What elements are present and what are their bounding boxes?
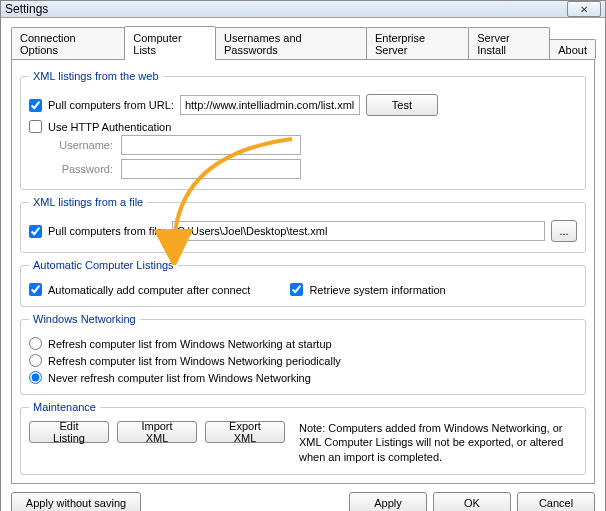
pull-file-label: Pull computers from file: [48,225,166,237]
password-input[interactable] [121,159,301,179]
cancel-button[interactable]: Cancel [517,492,595,511]
tabpage-computer-lists: XML listings from the web Pull computers… [11,60,595,484]
group-web-legend: XML listings from the web [29,70,163,82]
pull-url-checkbox[interactable] [29,99,42,112]
tab-about[interactable]: About [549,39,596,59]
retrieve-info-checkbox[interactable] [290,283,303,296]
group-file-listings: XML listings from a file Pull computers … [20,196,586,253]
dialog-buttons: Apply without saving Apply OK Cancel [11,492,595,511]
maintenance-note: Note: Computers added from Windows Netwo… [293,421,577,464]
refresh-never-radio[interactable] [29,371,42,384]
window-title: Settings [5,2,567,16]
group-maintenance: Maintenance Edit Listing Import XML Expo… [20,401,586,475]
refresh-periodic-radio[interactable] [29,354,42,367]
export-xml-button[interactable]: Export XML [205,421,285,443]
close-icon: ✕ [580,4,588,15]
group-net-legend: Windows Networking [29,313,140,325]
ok-button[interactable]: OK [433,492,511,511]
http-auth-label: Use HTTP Authentication [48,121,171,133]
group-web-listings: XML listings from the web Pull computers… [20,70,586,190]
apply-without-saving-button[interactable]: Apply without saving [11,492,141,511]
auto-add-checkbox[interactable] [29,283,42,296]
refresh-never-label: Never refresh computer list from Windows… [48,372,311,384]
group-file-legend: XML listings from a file [29,196,147,208]
settings-window: Settings ✕ Connection Options Computer L… [0,0,606,511]
refresh-periodic-label: Refresh computer list from Windows Netwo… [48,355,341,367]
pull-url-label: Pull computers from URL: [48,99,174,111]
test-button[interactable]: Test [366,94,438,116]
edit-listing-button[interactable]: Edit Listing [29,421,109,443]
import-xml-button[interactable]: Import XML [117,421,197,443]
refresh-startup-label: Refresh computer list from Windows Netwo… [48,338,332,350]
tab-enterprise-server[interactable]: Enterprise Server [366,27,469,59]
group-auto-listings: Automatic Computer Listings Automaticall… [20,259,586,307]
group-maint-legend: Maintenance [29,401,100,413]
client-area: Connection Options Computer Lists Userna… [1,18,605,511]
tab-usernames-passwords[interactable]: Usernames and Passwords [215,27,367,59]
browse-button[interactable]: ... [551,220,577,242]
file-path-input[interactable] [172,221,545,241]
password-label: Password: [47,163,113,175]
http-auth-checkbox[interactable] [29,120,42,133]
titlebar: Settings ✕ [1,1,605,18]
close-button[interactable]: ✕ [567,1,601,17]
auto-add-label: Automatically add computer after connect [48,284,250,296]
username-input[interactable] [121,135,301,155]
tab-computer-lists[interactable]: Computer Lists [124,26,216,60]
group-windows-networking: Windows Networking Refresh computer list… [20,313,586,395]
username-label: Username: [47,139,113,151]
tab-server-install[interactable]: Server Install [468,27,550,59]
group-auto-legend: Automatic Computer Listings [29,259,178,271]
tab-connection-options[interactable]: Connection Options [11,27,125,59]
retrieve-info-label: Retrieve system information [309,284,445,296]
tabstrip: Connection Options Computer Lists Userna… [11,26,595,60]
refresh-startup-radio[interactable] [29,337,42,350]
url-input[interactable] [180,95,360,115]
pull-file-checkbox[interactable] [29,225,42,238]
apply-button[interactable]: Apply [349,492,427,511]
